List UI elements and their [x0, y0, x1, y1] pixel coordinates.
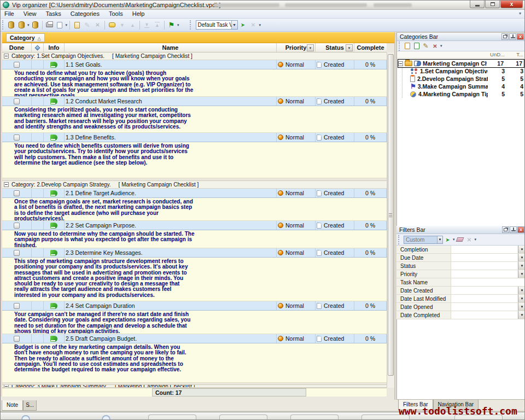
comments-button[interactable]: [107, 20, 117, 30]
print-dropdown-icon[interactable]: ▾: [66, 23, 68, 27]
column-header-done[interactable]: Done: [2, 43, 32, 52]
delete-note-button[interactable]: ✕: [92, 20, 103, 30]
group-by-category-button[interactable]: Category△: [6, 33, 45, 42]
new-database-button[interactable]: [6, 20, 16, 30]
toolbar-grip[interactable]: [190, 20, 192, 30]
apply-view-button[interactable]: ➤: [238, 20, 248, 30]
filter-value[interactable]: [451, 303, 518, 311]
minimize-button[interactable]: [470, 1, 485, 8]
move-up-button[interactable]: ▲: [127, 20, 138, 30]
apply-filter-button[interactable]: ➤: [443, 235, 452, 244]
save-database-button[interactable]: [30, 20, 40, 30]
tree-item-category-1[interactable]: 1.Set Campaign Objectives. 3 3: [410, 67, 525, 75]
menu-view[interactable]: View: [20, 10, 40, 18]
menu-categories[interactable]: Categories: [67, 10, 103, 18]
task-priority-cell[interactable]: Normal: [277, 189, 316, 197]
tree-item-category-2[interactable]: 2.Develop Campaign Strategy. 5 5: [410, 75, 525, 83]
filter-value[interactable]: [451, 295, 518, 302]
clear-filter-button[interactable]: [456, 235, 465, 244]
task-priority-cell[interactable]: Normal: [277, 248, 316, 257]
task-view-combobox[interactable]: Default Task V ▼: [196, 20, 238, 30]
filter-value[interactable]: [451, 270, 518, 278]
column-header-complete[interactable]: Complete: [354, 43, 387, 52]
collapse-group-icon[interactable]: [4, 182, 9, 187]
filter-dropdown-button[interactable]: ▼: [518, 287, 525, 294]
task-name[interactable]: 2.3 Determine Key Messages.: [65, 248, 277, 257]
new-category-button[interactable]: [402, 42, 412, 51]
collapse-group-icon[interactable]: [4, 54, 9, 59]
filter-value[interactable]: [451, 254, 518, 261]
task-name[interactable]: 2.1 Define Target Audience.: [65, 189, 277, 197]
done-checkbox[interactable]: [14, 250, 20, 256]
done-checkbox[interactable]: [14, 223, 20, 229]
move-down-button[interactable]: ▼: [117, 20, 127, 30]
status-filter-button[interactable]: ▼: [346, 44, 353, 51]
filter-value[interactable]: [451, 278, 525, 286]
filter-value[interactable]: [451, 287, 518, 294]
tab-note[interactable]: Note: [2, 400, 23, 411]
filter-preset-combobox[interactable]: Custom ▼: [404, 236, 443, 244]
task-name[interactable]: 2.2 Set Campaign Purpose.: [65, 221, 277, 230]
panel-close-button[interactable]: x: [517, 33, 524, 40]
task-status-cell[interactable]: Created: [316, 60, 354, 69]
taskbar-app-icon[interactable]: [102, 415, 110, 420]
panel-pin-button[interactable]: [509, 33, 516, 40]
done-checkbox[interactable]: [14, 303, 20, 309]
done-checkbox[interactable]: [14, 190, 20, 196]
done-checkbox[interactable]: [14, 98, 20, 104]
task-name[interactable]: 1.1 Set Goals.: [65, 60, 277, 69]
edit-note-button[interactable]: ✎: [82, 20, 92, 30]
tree-item-category-4[interactable]: 4.Marketing Campaign Tips. 5 5: [410, 90, 525, 98]
done-checkbox[interactable]: [14, 135, 20, 141]
toolbar-options-chevron-icon[interactable]: ▾: [259, 23, 261, 27]
task-status-cell[interactable]: Created: [316, 301, 354, 310]
task-status-cell[interactable]: Created: [316, 189, 354, 197]
taskbar-app-icon[interactable]: [21, 415, 30, 420]
panel-restore-button[interactable]: [501, 33, 509, 40]
filter-dropdown-button[interactable]: ▼: [518, 270, 525, 278]
task-priority-cell[interactable]: Normal: [277, 334, 316, 343]
filter-dropdown-button[interactable]: ▼: [518, 311, 525, 319]
task-status-cell[interactable]: Created: [316, 334, 354, 343]
panel-close-button[interactable]: x: [517, 226, 524, 233]
task-name[interactable]: 2.5 Draft Campaign Budget.: [65, 334, 277, 343]
panel-restore-button[interactable]: [502, 226, 509, 233]
task-name[interactable]: 1.2 Conduct Market Research: [65, 97, 277, 106]
filter-dropdown-button[interactable]: ▼: [518, 262, 525, 270]
column-header-priority-flag[interactable]: [32, 43, 44, 52]
filter-dropdown-button[interactable]: ▼: [518, 295, 525, 302]
tree-item-checklist-root[interactable]: Marketing Campaign Checklist 17 17: [398, 60, 524, 67]
filter-dropdown-button[interactable]: ▼: [518, 246, 525, 253]
category-group-row[interactable]: Category: 1.Set Campaign Objectives. [ M…: [2, 52, 387, 60]
close-button[interactable]: x: [500, 1, 523, 8]
task-priority-cell[interactable]: Normal: [277, 301, 316, 310]
toolbar-grip[interactable]: [2, 20, 4, 30]
tab-s[interactable]: S...: [23, 400, 37, 411]
open-database-dropdown-icon[interactable]: ▾: [27, 23, 30, 27]
column-header-info[interactable]: Info: [44, 43, 65, 52]
combobox-dropdown-icon[interactable]: ▼: [231, 21, 237, 29]
menu-overflow-chevron-icon[interactable]: ▾: [519, 11, 521, 16]
tree-total-column-header[interactable]: T...: [506, 51, 525, 58]
category-group-row[interactable]: Category: 2.Develop Campaign Strategy. […: [2, 181, 387, 189]
tree-collapse-icon[interactable]: [398, 61, 403, 66]
delete-category-button[interactable]: ✕: [430, 42, 440, 51]
task-list-scrollbar[interactable]: [387, 52, 394, 388]
task-status-cell[interactable]: Created: [316, 221, 354, 230]
filter-value[interactable]: [451, 262, 518, 270]
toolbar-grip[interactable]: [399, 42, 401, 51]
edit-category-button[interactable]: ✎: [421, 42, 430, 51]
filters-toolbar-chevron-icon[interactable]: ▾: [475, 237, 477, 242]
tree-item-category-3[interactable]: ⚑ 3.Make Campaign Summary. 4 4: [410, 83, 525, 90]
add-note-button[interactable]: [72, 20, 82, 30]
print-preview-button[interactable]: [55, 20, 65, 30]
filter-dropdown-button[interactable]: ▼: [518, 254, 525, 261]
categories-toolbar-chevron-icon[interactable]: ▾: [440, 44, 442, 48]
toolbar-grip[interactable]: [398, 235, 400, 244]
filter-dropdown-button[interactable]: ▼: [518, 303, 525, 311]
taskbar-button[interactable]: [219, 415, 267, 420]
column-header-name[interactable]: Name: [65, 43, 277, 52]
task-status-cell[interactable]: Created: [316, 248, 354, 257]
menu-help[interactable]: Help: [129, 10, 149, 18]
combobox-dropdown-icon[interactable]: ▼: [437, 236, 442, 243]
